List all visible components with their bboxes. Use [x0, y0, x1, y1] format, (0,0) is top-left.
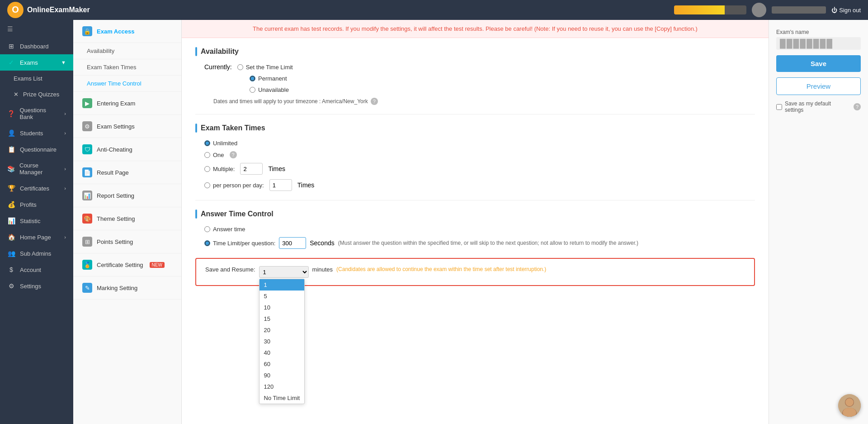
sidebar-item-certificates[interactable]: 🏆 Certificates › [0, 180, 73, 196]
sign-out-label: Sign out [839, 7, 861, 14]
unlimited-radio[interactable] [204, 140, 210, 146]
left-panel-sub-exam-taken-times[interactable]: Exam Taken Times [73, 59, 181, 76]
dropdown-option-30[interactable]: 30 [259, 336, 304, 347]
unlimited-label: Unlimited [213, 140, 237, 147]
left-panel-item-marking-setting[interactable]: ✎ Marking Setting [73, 276, 181, 300]
one-radio[interactable] [204, 152, 210, 158]
dropdown-option-20[interactable]: 20 [259, 324, 304, 336]
dropdown-option-15[interactable]: 15 [259, 313, 304, 324]
bottom-avatar [838, 394, 861, 417]
points-setting-icon: ⊞ [82, 237, 92, 247]
per-person-label: per person per day: [213, 182, 264, 189]
set-time-limit-option[interactable]: Set the Time Limit [237, 64, 293, 71]
course-manager-chevron-icon: › [64, 166, 66, 172]
sidebar-item-students[interactable]: 👤 Students › [0, 125, 73, 141]
sidebar-item-exams[interactable]: ✓ Exams ▼ [0, 54, 73, 71]
multiple-input[interactable] [240, 163, 263, 175]
sidebar-item-exams-list[interactable]: Exams List [0, 71, 73, 86]
minutes-dropdown-list: 1 5 10 15 20 30 40 60 90 120 No Time Lim [259, 279, 305, 404]
sidebar-item-profits[interactable]: 💰 Profits [0, 196, 73, 213]
dropdown-option-no-time-limit[interactable]: No Time Limit [259, 392, 304, 404]
left-panel: 🔒 Exam Access Availability Exam Taken Ti… [73, 20, 182, 424]
multiple-radio[interactable] [204, 166, 210, 172]
profits-icon: 💰 [7, 201, 15, 208]
permanent-radio[interactable] [250, 76, 255, 81]
certificates-chevron-icon: › [64, 186, 66, 191]
sidebar-item-questions-bank[interactable]: ❓ Questions Bank › [0, 102, 73, 125]
per-person-suffix: Times [297, 181, 315, 189]
progress-bar-fill [674, 5, 725, 14]
sidebar-item-dashboard[interactable]: ⊞ Dashboard [0, 38, 73, 54]
per-person-radio[interactable] [204, 182, 210, 188]
preview-button[interactable]: Preview [776, 77, 861, 95]
sidebar-item-statistic[interactable]: 📊 Statistic [0, 213, 73, 229]
set-time-limit-radio[interactable] [237, 64, 243, 70]
time-limit-label: Time Limit/per question: [213, 240, 275, 247]
left-panel-item-entering-exam[interactable]: ▶ Entering Exam [73, 92, 181, 115]
answer-time-option[interactable]: Answer time [204, 226, 245, 233]
alert-text: The current exam has test records. If yo… [253, 25, 698, 32]
default-settings-checkbox[interactable] [776, 104, 782, 110]
left-panel-item-certificate-setting[interactable]: 🏅 Certificate Setting NEW [73, 253, 181, 276]
default-settings-help-icon[interactable]: ? [854, 103, 861, 110]
left-panel-item-anti-cheating[interactable]: 🛡 Anti-Cheating [73, 138, 181, 161]
left-panel-item-theme-setting[interactable]: 🎨 Theme Setting [73, 207, 181, 230]
multiple-row: Multiple: Times [195, 163, 755, 175]
sidebar-item-account[interactable]: $ Account [0, 262, 73, 278]
answer-time-radio[interactable] [204, 226, 210, 232]
permanent-option[interactable]: Permanent [250, 75, 287, 82]
sidebar-item-course-manager[interactable]: 📚 Course Manager › [0, 157, 73, 180]
sidebar-item-sub-admins[interactable]: 👥 Sub Admins [0, 245, 73, 262]
time-limit-radio[interactable] [204, 240, 210, 246]
timezone-help-icon[interactable]: ? [371, 98, 378, 105]
one-help-icon[interactable]: ? [230, 151, 237, 158]
minutes-select[interactable]: 1 5 10 15 20 30 40 60 90 120 No Time Lim [259, 266, 309, 278]
dropdown-option-5[interactable]: 5 [259, 291, 304, 302]
per-person-option[interactable]: per person per day: [204, 182, 264, 189]
left-panel-item-points-setting[interactable]: ⊞ Points Setting [73, 230, 181, 253]
dropdown-option-1[interactable]: 1 [259, 279, 304, 291]
sidebar-item-home-page[interactable]: 🏠 Home Page › [0, 229, 73, 245]
dropdown-option-60[interactable]: 60 [259, 358, 304, 370]
exam-taken-times-label: Exam Taken Times [87, 64, 137, 71]
default-settings-label: Save as my default settings [785, 100, 851, 113]
sign-out-button[interactable]: ⏻ Sign out [831, 7, 861, 14]
right-panel: Exam's name ████████ Save Preview Save a… [769, 20, 868, 424]
left-panel-sub-answer-time-control[interactable]: Answer Time Control [73, 76, 181, 92]
sidebar-label-course-manager: Course Manager [19, 162, 60, 176]
left-panel-item-exam-access[interactable]: 🔒 Exam Access [73, 20, 181, 43]
home-page-icon: 🏠 [7, 233, 15, 241]
left-panel-item-report-setting[interactable]: 📊 Report Setting [73, 184, 181, 207]
timezone-text: Dates and times will apply to your timez… [213, 98, 368, 105]
save-button[interactable]: Save [776, 55, 861, 72]
left-panel-sub-availability[interactable]: Availability [73, 43, 181, 59]
logo-text: OnlineExamMaker [27, 6, 90, 14]
dropdown-option-10[interactable]: 10 [259, 302, 304, 313]
dropdown-option-40[interactable]: 40 [259, 347, 304, 358]
unlimited-option[interactable]: Unlimited [204, 140, 237, 147]
multiple-option[interactable]: Multiple: [204, 166, 235, 172]
sidebar-item-questionnaire[interactable]: 📋 Questionnaire [0, 141, 73, 157]
result-page-label: Result Page [97, 169, 129, 176]
left-panel-item-result-page[interactable]: 📄 Result Page [73, 161, 181, 184]
unavailable-option[interactable]: Unavailable [250, 86, 289, 93]
sidebar: ☰ ⊞ Dashboard ✓ Exams ▼ Exams List ✕ Pri… [0, 20, 73, 424]
dropdown-option-90[interactable]: 90 [259, 370, 304, 381]
timezone-info: Dates and times will apply to your timez… [195, 98, 755, 105]
answer-time-control-section: Answer Time Control Answer time Time Lim… [195, 210, 755, 249]
sidebar-label-statistic: Statistic [20, 218, 41, 224]
sidebar-item-prize-quizzes[interactable]: ✕ Prize Quizzes [0, 86, 73, 102]
exam-name-value: ████████ [776, 37, 861, 50]
sidebar-label-questionnaire: Questionnaire [20, 146, 57, 153]
time-limit-input[interactable] [279, 237, 306, 249]
sidebar-item-settings[interactable]: ⚙ Settings [0, 278, 73, 294]
dropdown-option-120[interactable]: 120 [259, 381, 304, 392]
one-option[interactable]: One [204, 152, 224, 158]
anti-cheating-label: Anti-Cheating [97, 146, 132, 153]
time-limit-option[interactable]: Time Limit/per question: [204, 240, 275, 247]
sidebar-toggle[interactable]: ☰ [0, 20, 73, 38]
sidebar-label-certificates: Certificates [20, 185, 49, 192]
unavailable-radio[interactable] [250, 87, 255, 93]
left-panel-item-exam-settings[interactable]: ⚙ Exam Settings [73, 115, 181, 138]
per-person-input[interactable] [269, 179, 292, 191]
